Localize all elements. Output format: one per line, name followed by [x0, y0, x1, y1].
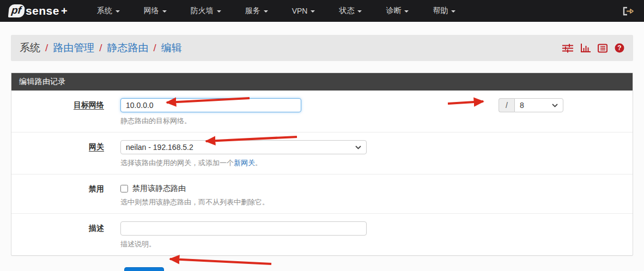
panel-title: 编辑路由记录 — [11, 73, 633, 91]
disable-route-checkbox-label: 禁用该静态路由 — [132, 184, 186, 194]
menu-label: 系统 — [97, 6, 112, 16]
selected-gateway-value: neilan - 192.168.5.2 — [126, 143, 352, 152]
menu-item-help[interactable]: 帮助 — [433, 6, 455, 16]
subnet-mask-select[interactable]: 8 — [514, 98, 563, 112]
breadcrumb-separator: / — [99, 42, 102, 54]
help-text-part: 选择该路由使用的网关，或添加一个 — [120, 159, 234, 167]
main-menu: 系统 网络 防火墙 服务 VPN 状态 诊断 帮助 — [97, 6, 480, 16]
gateway-select[interactable]: neilan - 192.168.5.2 — [120, 140, 367, 154]
menu-label: 诊断 — [386, 6, 401, 16]
caret-down-icon — [404, 10, 409, 13]
breadcrumb-link-edit[interactable]: 编辑 — [161, 41, 182, 55]
label-text: 禁用 — [89, 184, 104, 193]
field-label-destination: 目标网络 — [11, 98, 120, 126]
destination-network-input[interactable] — [120, 98, 301, 112]
breadcrumb-separator: / — [154, 42, 156, 54]
form-row-gateway: 网关 neilan - 192.168.5.2 选择该路由使用的网关，或添加一个… — [11, 132, 633, 174]
menu-item-system[interactable]: 系统 — [97, 6, 120, 16]
caret-down-icon — [116, 10, 120, 13]
field-content-gateway: neilan - 192.168.5.2 选择该路由使用的网关，或添加一个新网关… — [120, 140, 624, 168]
label-text: 网关 — [89, 142, 104, 151]
form-actions: 保存 — [11, 256, 633, 271]
list-icon[interactable] — [598, 44, 607, 53]
brand-sense-text: sense — [26, 4, 59, 17]
menu-item-services[interactable]: 服务 — [245, 6, 268, 16]
menu-item-diagnostics[interactable]: 诊断 — [386, 6, 409, 16]
add-gateway-link[interactable]: 新网关 — [234, 159, 255, 167]
breadcrumb-item-system: 系统 — [20, 41, 40, 55]
menu-label: VPN — [292, 7, 308, 15]
pfsense-logo[interactable]: pfsense+ — [9, 4, 68, 17]
top-navbar: pfsense+ 系统 网络 防火墙 服务 VPN 状态 诊断 — [0, 0, 644, 22]
disabled-help-text: 选中则禁用该静态路由，而不从列表中删除它。 — [120, 197, 624, 207]
breadcrumb-separator: / — [45, 42, 48, 54]
destination-help-text: 静态路由的目标网络。 — [120, 116, 624, 126]
breadcrumb: 系统 / 路由管理 / 静态路由 / 编辑 — [20, 41, 182, 55]
edit-route-panel: 编辑路由记录 目标网络 / 8 — [11, 73, 633, 256]
label-text: 描述 — [89, 224, 104, 232]
caret-down-icon — [162, 10, 167, 13]
menu-label: 防火墙 — [191, 6, 214, 16]
label-text: 目标网络 — [74, 100, 104, 109]
menu-label: 帮助 — [433, 6, 448, 16]
menu-item-status[interactable]: 状态 — [339, 6, 362, 16]
field-content-destination: / 8 静态路由的目标网络。 — [120, 98, 624, 126]
pf-logo-badge: pf — [8, 4, 25, 17]
chevron-down-icon — [355, 146, 361, 149]
menu-label: 网络 — [144, 6, 159, 16]
breadcrumb-bar: 系统 / 路由管理 / 静态路由 / 编辑 — [11, 35, 633, 61]
field-label-description: 描述 — [11, 221, 120, 249]
field-label-gateway: 网关 — [11, 140, 120, 168]
form-row-description: 描述 描述说明。 — [11, 213, 633, 255]
bar-chart-icon[interactable] — [580, 44, 591, 53]
form-row-disabled: 禁用 禁用该静态路由 选中则禁用该静态路由，而不从列表中删除它。 — [11, 174, 633, 213]
pfsense-static-route-edit-page: pfsense+ 系统 网络 防火墙 服务 VPN 状态 诊断 — [0, 0, 644, 271]
breadcrumb-link-static-routes[interactable]: 静态路由 — [107, 41, 149, 55]
svg-text:?: ? — [617, 44, 621, 52]
mask-prefix-addon: / — [499, 98, 514, 112]
help-text-part: 。 — [255, 159, 262, 167]
field-label-disabled: 禁用 — [11, 182, 120, 207]
sign-out-icon[interactable] — [622, 7, 634, 16]
caret-down-icon — [357, 10, 362, 13]
form-row-destination: 目标网络 / 8 — [11, 91, 633, 132]
breadcrumb-link-routing[interactable]: 路由管理 — [53, 41, 94, 55]
caret-down-icon — [311, 10, 315, 13]
subnet-mask-group: / 8 — [499, 98, 563, 112]
help-icon[interactable]: ? — [615, 43, 624, 53]
selected-mask-value: 8 — [520, 101, 549, 110]
field-content-disabled: 禁用该静态路由 选中则禁用该静态路由，而不从列表中删除它。 — [120, 182, 624, 207]
description-help-text: 描述说明。 — [120, 239, 624, 249]
save-button[interactable]: 保存 — [124, 267, 164, 271]
description-input[interactable] — [120, 221, 367, 236]
content-container: 系统 / 路由管理 / 静态路由 / 编辑 — [0, 35, 644, 271]
caret-down-icon — [451, 10, 455, 13]
chevron-down-icon — [552, 104, 558, 107]
caret-down-icon — [264, 10, 268, 13]
gateway-help-text: 选择该路由使用的网关，或添加一个新网关。 — [120, 158, 624, 168]
sliders-icon[interactable] — [562, 44, 573, 53]
menu-item-firewall[interactable]: 防火墙 — [191, 6, 221, 16]
page-action-icons: ? — [562, 43, 624, 53]
menu-item-vpn[interactable]: VPN — [292, 7, 315, 15]
caret-down-icon — [217, 10, 221, 13]
menu-label: 状态 — [339, 6, 354, 16]
disable-route-checkbox[interactable] — [120, 185, 128, 192]
field-content-description: 描述说明。 — [120, 221, 624, 249]
brand-plus-text: + — [61, 5, 68, 17]
menu-label: 服务 — [245, 6, 260, 16]
panel-body: 目标网络 / 8 — [11, 91, 633, 255]
menu-item-interfaces[interactable]: 网络 — [144, 6, 167, 16]
